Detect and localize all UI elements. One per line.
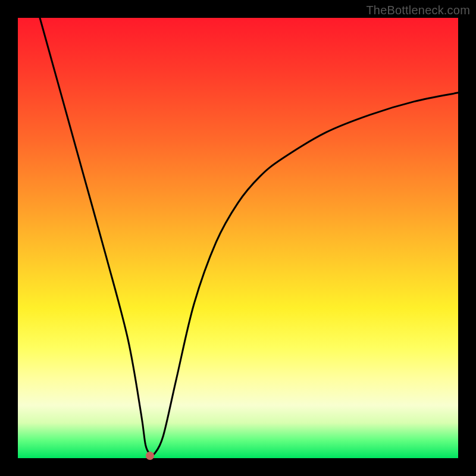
plot-area [18, 18, 458, 458]
attribution-text: TheBottleneck.com [366, 4, 470, 17]
min-marker [146, 452, 154, 460]
bottleneck-curve [18, 18, 458, 458]
chart-frame: TheBottleneck.com [0, 0, 476, 476]
